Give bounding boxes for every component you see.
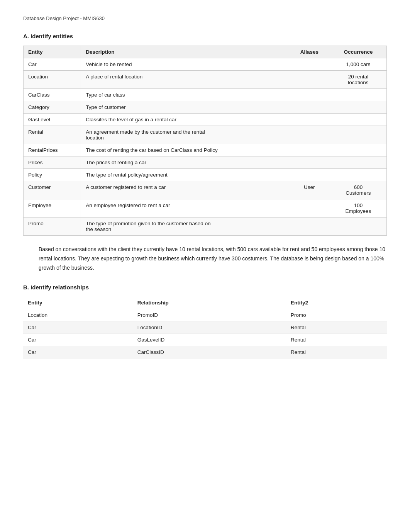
col-header-aliases: Aliases xyxy=(289,46,330,58)
description-cell: Vehicle to be rented xyxy=(81,58,289,71)
aliases-cell xyxy=(289,144,330,156)
table-row: Car GasLevelID Rental xyxy=(23,334,387,346)
col-header-entity: Entity xyxy=(24,46,81,58)
relationships-table: Entity Relationship Entity2 Location Pro… xyxy=(23,297,387,359)
description-cell: An employee registered to rent a car xyxy=(81,199,289,218)
occurrence-cell: 100Employees xyxy=(330,199,386,218)
table-row: Car CarClassID Rental xyxy=(23,346,387,359)
description-cell: The type of rental policy/agreement xyxy=(81,169,289,181)
entities-table: Entity Description Aliases Occurrence Ca… xyxy=(23,46,387,236)
rel-entity2-cell: Promo xyxy=(286,309,387,321)
occurrence-cell xyxy=(330,89,386,101)
table-row: RentalPrices The cost of renting the car… xyxy=(24,144,387,156)
rel-entity-cell: Car xyxy=(23,334,133,346)
col-header-description: Description xyxy=(81,46,289,58)
rel-relationship-cell: PromoID xyxy=(133,309,286,321)
description-cell: The cost of renting the car based on Car… xyxy=(81,144,289,156)
occurrence-cell xyxy=(330,218,386,236)
occurrence-cell: 1,000 cars xyxy=(330,58,386,71)
description-cell: Type of customer xyxy=(81,101,289,114)
doc-title: Database Design Project - MMIS630 xyxy=(23,15,387,21)
rel-entity-cell: Car xyxy=(23,321,133,334)
occurrence-cell xyxy=(330,144,386,156)
table-row: Customer A customer registered to rent a… xyxy=(24,181,387,199)
entity-cell: RentalPrices xyxy=(24,144,81,156)
aliases-cell xyxy=(289,89,330,101)
rel-relationship-cell: CarClassID xyxy=(133,346,286,359)
occurrence-cell xyxy=(330,126,386,144)
aliases-cell xyxy=(289,126,330,144)
table-row: Car Vehicle to be rented 1,000 cars xyxy=(24,58,387,71)
rel-col-header-relationship: Relationship xyxy=(133,297,286,309)
description-cell: The prices of renting a car xyxy=(81,156,289,169)
occurrence-cell: 20 rentallocations xyxy=(330,71,386,89)
description-cell: A customer registered to rent a car xyxy=(81,181,289,199)
table-row: Prices The prices of renting a car xyxy=(24,156,387,169)
section-a-heading: A. Identify entities xyxy=(23,33,387,39)
aliases-cell xyxy=(289,218,330,236)
table-row: GasLevel Classifes the level of gas in a… xyxy=(24,114,387,126)
occurrence-cell xyxy=(330,114,386,126)
table-row: Policy The type of rental policy/agreeme… xyxy=(24,169,387,181)
col-header-occurrence: Occurrence xyxy=(330,46,386,58)
table-row: Promo The type of promotion given to the… xyxy=(24,218,387,236)
table-row: Location A place of rental location 20 r… xyxy=(24,71,387,89)
rel-entity2-cell: Rental xyxy=(286,346,387,359)
rel-relationship-cell: GasLevelID xyxy=(133,334,286,346)
description-cell: An agreement made by the customer and th… xyxy=(81,126,289,144)
aliases-cell xyxy=(289,101,330,114)
description-cell: A place of rental location xyxy=(81,71,289,89)
rel-entity2-cell: Rental xyxy=(286,321,387,334)
aliases-cell xyxy=(289,156,330,169)
entity-cell: Rental xyxy=(24,126,81,144)
entity-cell: CarClass xyxy=(24,89,81,101)
table-row: Rental An agreement made by the customer… xyxy=(24,126,387,144)
entity-cell: Policy xyxy=(24,169,81,181)
entity-cell: Promo xyxy=(24,218,81,236)
table-row: Employee An employee registered to rent … xyxy=(24,199,387,218)
table-row: CarClass Type of car class xyxy=(24,89,387,101)
description-cell: The type of promotion given to the custo… xyxy=(81,218,289,236)
aliases-cell xyxy=(289,58,330,71)
aliases-cell xyxy=(289,71,330,89)
table-row: Category Type of customer xyxy=(24,101,387,114)
summary-paragraph: Based on conversations with the client t… xyxy=(39,245,387,272)
rel-entity2-cell: Rental xyxy=(286,334,387,346)
aliases-cell xyxy=(289,114,330,126)
aliases-cell xyxy=(289,199,330,218)
table-row: Location PromoID Promo xyxy=(23,309,387,321)
rel-col-header-entity: Entity xyxy=(23,297,133,309)
occurrence-cell xyxy=(330,156,386,169)
section-b-heading: B. Identify relationships xyxy=(23,284,387,291)
entity-cell: GasLevel xyxy=(24,114,81,126)
paragraph-text: Based on conversations with the client t… xyxy=(39,246,385,271)
aliases-cell: User xyxy=(289,181,330,199)
rel-entity-cell: Car xyxy=(23,346,133,359)
entity-cell: Location xyxy=(24,71,81,89)
entity-cell: Employee xyxy=(24,199,81,218)
entity-cell: Prices xyxy=(24,156,81,169)
entity-cell: Category xyxy=(24,101,81,114)
rel-col-header-entity2: Entity2 xyxy=(286,297,387,309)
rel-relationship-cell: LocationID xyxy=(133,321,286,334)
occurrence-cell xyxy=(330,169,386,181)
description-cell: Type of car class xyxy=(81,89,289,101)
occurrence-cell xyxy=(330,101,386,114)
entity-cell: Car xyxy=(24,58,81,71)
rel-entity-cell: Location xyxy=(23,309,133,321)
entity-cell: Customer xyxy=(24,181,81,199)
description-cell: Classifes the level of gas in a rental c… xyxy=(81,114,289,126)
table-row: Car LocationID Rental xyxy=(23,321,387,334)
occurrence-cell: 600Customers xyxy=(330,181,386,199)
aliases-cell xyxy=(289,169,330,181)
